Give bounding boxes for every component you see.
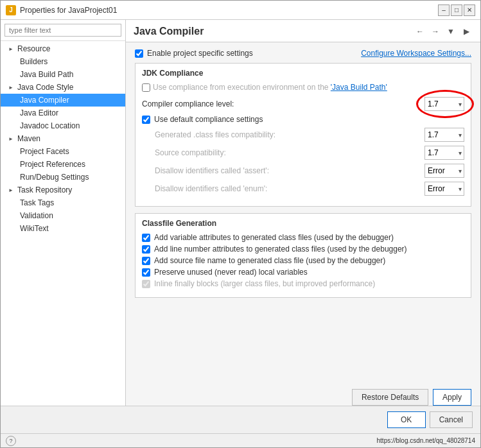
generated-label: Generated .class files compatibility: xyxy=(142,130,422,139)
use-compliance-checkbox[interactable] xyxy=(142,83,150,92)
expand-arrow-icon: ► xyxy=(8,85,15,90)
minimize-button[interactable]: – xyxy=(438,4,450,16)
apply-button[interactable]: Apply xyxy=(433,389,471,406)
classfile-label-2: Add source file name to generated class … xyxy=(154,256,385,265)
restore-defaults-button[interactable]: Restore Defaults xyxy=(352,389,428,406)
classfile-label-1: Add line number attributes to generated … xyxy=(154,245,407,254)
assert-select-wrap: Error Warning Ignore xyxy=(424,164,464,178)
sidebar-item-label: Maven xyxy=(17,134,40,143)
use-default-row: Use default compliance settings xyxy=(142,115,464,124)
sidebar-item-validation[interactable]: Validation xyxy=(1,209,125,222)
generated-row: Generated .class files compatibility: 1.… xyxy=(142,128,464,142)
sidebar-item-java-editor[interactable]: Java Editor xyxy=(1,107,125,119)
sidebar-item-label: Resource xyxy=(17,44,50,53)
classfile-label-3: Preserve unused (never read) local varia… xyxy=(154,268,308,277)
sidebar-item-builders[interactable]: Builders xyxy=(1,55,125,68)
configure-workspace-link[interactable]: Configure Workspace Settings... xyxy=(361,49,471,58)
classfile-label-4: Inline finally blocks (larger class file… xyxy=(154,279,375,288)
panel-header: Java Compiler ← → ▼ ▶ xyxy=(126,20,480,42)
sidebar-item-run-debug[interactable]: Run/Debug Settings xyxy=(1,171,125,184)
sidebar-item-java-code-style[interactable]: ► Java Code Style xyxy=(1,81,125,94)
java-build-path-link[interactable]: 'Java Build Path' xyxy=(331,83,387,92)
sidebar-item-label: Task Repository xyxy=(17,185,72,194)
filter-input[interactable] xyxy=(4,24,121,37)
classfile-item-2: Add source file name to generated class … xyxy=(142,256,464,265)
enum-row: Disallow identifiers called 'enum': Erro… xyxy=(142,182,464,196)
assert-label: Disallow identifiers called 'assert': xyxy=(142,166,422,175)
enable-specific-checkbox[interactable] xyxy=(135,49,143,58)
bottom-bar: OK Cancel xyxy=(1,406,480,433)
forward-button[interactable]: → xyxy=(429,25,442,38)
enum-select-wrap: Error Warning Ignore xyxy=(424,182,464,196)
classfile-checkbox-4[interactable] xyxy=(142,280,150,288)
use-compliance-text: Use compliance from execution environmen… xyxy=(153,83,387,92)
classfile-item-0: Add variable attributes to generated cla… xyxy=(142,233,464,242)
maximize-button[interactable]: □ xyxy=(451,4,462,16)
classfile-checkbox-3[interactable] xyxy=(142,268,150,277)
use-default-label: Use default compliance settings xyxy=(154,115,263,124)
classfile-checkbox-0[interactable] xyxy=(142,234,150,242)
source-row: Source compatibility: 1.7 xyxy=(142,146,464,160)
title-controls: – □ ✕ xyxy=(438,4,475,16)
content-area: ► Resource Builders Java Build Path ► Ja… xyxy=(1,20,480,406)
sidebar-item-task-tags[interactable]: Task Tags xyxy=(1,196,125,209)
sidebar: ► Resource Builders Java Build Path ► Ja… xyxy=(1,20,126,406)
window-title: Properties for JavaProject01 xyxy=(20,6,117,15)
assert-select[interactable]: Error Warning Ignore xyxy=(424,164,464,178)
panel-title: Java Compiler xyxy=(134,26,204,37)
close-button[interactable]: ✕ xyxy=(464,4,475,16)
sidebar-item-java-compiler[interactable]: Java Compiler xyxy=(1,94,125,107)
properties-window: J Properties for JavaProject01 – □ ✕ ► R… xyxy=(0,0,481,448)
window-icon: J xyxy=(6,5,16,15)
window-body: ► Resource Builders Java Build Path ► Ja… xyxy=(1,20,480,447)
ok-button[interactable]: OK xyxy=(387,411,426,428)
classfile-item-1: Add line number attributes to generated … xyxy=(142,245,464,254)
use-compliance-row: Use compliance from execution environmen… xyxy=(142,83,464,92)
source-select[interactable]: 1.7 xyxy=(424,146,464,160)
compiler-level-select[interactable]: 1.7 1.6 1.5 1.4 1.3 xyxy=(424,97,464,111)
right-panel: Java Compiler ← → ▼ ▶ Enable project spe… xyxy=(126,20,480,406)
sidebar-item-label: Project Facets xyxy=(20,147,69,156)
sidebar-item-project-references[interactable]: Project References xyxy=(1,158,125,171)
sidebar-item-resource[interactable]: ► Resource xyxy=(1,42,125,55)
classfile-label-0: Add variable attributes to generated cla… xyxy=(154,233,394,242)
compliance-select-wrap: 1.7 1.6 1.5 1.4 1.3 xyxy=(424,97,464,111)
classfile-checkbox-2[interactable] xyxy=(142,257,150,265)
jdk-section-title: JDK Compliance xyxy=(142,69,464,78)
sidebar-item-label: Project References xyxy=(20,160,85,169)
classfile-checkbox-1[interactable] xyxy=(142,245,150,254)
jdk-compliance-section: JDK Compliance Use compliance from execu… xyxy=(135,63,471,207)
title-bar: J Properties for JavaProject01 – □ ✕ xyxy=(1,1,480,20)
sidebar-item-label: Builders xyxy=(20,57,48,66)
sidebar-item-label: Javadoc Location xyxy=(20,121,80,130)
sidebar-item-maven[interactable]: ► Maven xyxy=(1,132,125,145)
panel-header-icons: ← → ▼ ▶ xyxy=(414,25,473,38)
tree: ► Resource Builders Java Build Path ► Ja… xyxy=(1,41,125,406)
sidebar-item-label: Run/Debug Settings xyxy=(20,173,89,182)
enable-specific-label: Enable project specific settings xyxy=(147,49,253,58)
compiler-level-label: Compiler compliance level: xyxy=(142,99,424,108)
help-icon[interactable]: ? xyxy=(6,436,16,446)
menu-down-button[interactable]: ▼ xyxy=(444,25,457,38)
enum-label: Disallow identifiers called 'enum': xyxy=(142,184,422,193)
sidebar-item-label: Java Code Style xyxy=(17,83,73,92)
expand-button[interactable]: ▶ xyxy=(460,25,473,38)
sidebar-item-task-repository[interactable]: ► Task Repository xyxy=(1,184,125,196)
cancel-button[interactable]: Cancel xyxy=(430,411,473,428)
filter-box xyxy=(1,20,125,41)
sidebar-item-javadoc-location[interactable]: Javadoc Location xyxy=(1,119,125,132)
restore-apply-row: Restore Defaults Apply xyxy=(126,385,480,406)
generated-select-wrap: 1.7 xyxy=(424,128,464,142)
classfile-section: Classfile Generation Add variable attrib… xyxy=(135,213,471,298)
back-button[interactable]: ← xyxy=(414,25,426,38)
sidebar-item-java-build-path[interactable]: Java Build Path xyxy=(1,68,125,81)
generated-select[interactable]: 1.7 xyxy=(424,128,464,142)
sidebar-item-project-facets[interactable]: Project Facets xyxy=(1,145,125,158)
sidebar-item-wikitext[interactable]: WikiText xyxy=(1,222,125,235)
compiler-level-select-wrap: 1.7 1.6 1.5 1.4 1.3 xyxy=(424,97,464,111)
expand-arrow-icon: ► xyxy=(8,187,15,193)
use-default-checkbox[interactable] xyxy=(142,116,150,124)
assert-row: Disallow identifiers called 'assert': Er… xyxy=(142,164,464,178)
enum-select[interactable]: Error Warning Ignore xyxy=(424,182,464,196)
sidebar-item-label: Validation xyxy=(20,211,53,220)
